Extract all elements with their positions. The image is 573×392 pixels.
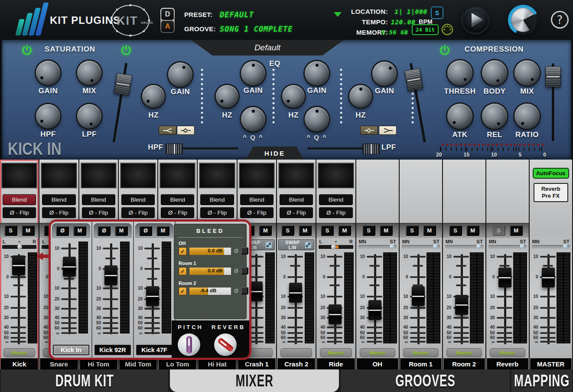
phase-flip-button[interactable]: Ø - Flip [42,207,75,218]
pan-handle[interactable] [331,245,336,249]
play-button[interactable] [461,5,490,35]
pan-slider[interactable] [319,245,353,249]
eq-band3-gain-knob[interactable] [305,61,329,85]
blend-button[interactable]: Blend [121,194,155,205]
mute-button[interactable]: M [380,225,393,236]
mic-select-button[interactable]: Kick 47F [136,345,173,355]
sync-badge[interactable]: S [431,7,443,19]
eq-band1-shelf-button[interactable] [159,126,176,135]
comp-right-fader[interactable] [545,63,561,141]
mute-button[interactable]: M [259,225,272,236]
fader-handle[interactable] [289,283,302,303]
mono-stereo-handle[interactable] [390,244,394,249]
eq-band1-hz-knob[interactable] [142,85,165,108]
phase-button[interactable]: Ø [56,226,69,236]
digital-analog-toggle[interactable]: D A [160,7,175,33]
saturation-hpf-knob[interactable] [36,104,60,128]
autofocus-button[interactable]: AutoFocus [533,168,569,179]
channel-name[interactable]: OH [357,358,398,370]
eq-band2-q-knob[interactable] [241,107,265,131]
phase-flip-button[interactable]: Ø - Flip [161,207,194,218]
route-button[interactable]: Master [3,348,35,357]
hpf-slider-track[interactable] [175,147,238,150]
phase-flip-button[interactable]: Ø - Flip [82,207,115,218]
bit-depth-badge[interactable]: 24 Bit [412,24,439,35]
mic-select-button[interactable]: Kick In [53,345,89,355]
groove-value[interactable]: SONG 1 COMPLETE [220,25,293,33]
comp-left-fader[interactable] [403,62,433,144]
eq-band4-hz-knob[interactable] [349,85,372,108]
fader-handle[interactable] [329,304,342,324]
mute-button[interactable]: M [299,225,312,236]
solo-button[interactable]: S [321,225,334,236]
eq-band4-bell-button[interactable] [360,126,378,135]
comp-left-fader-handle[interactable] [404,68,423,91]
phase-flip-button[interactable]: Ø - Flip [240,207,273,218]
blend-button[interactable]: Blend [42,194,75,205]
eq-band2-hz-knob[interactable] [216,85,238,108]
fader-track[interactable] [334,254,336,344]
fader-handle[interactable] [455,295,468,315]
bleed-level-slider[interactable]: 0.0 dB [189,267,231,275]
comp-atk-knob[interactable] [447,104,472,129]
mono-stereo-handle[interactable] [433,244,438,249]
blend-button[interactable]: Blend [240,194,273,205]
mic-select-button[interactable]: Kick 92R [94,345,131,355]
tempo-value[interactable]: 120.00 [391,19,416,26]
route-button[interactable]: Master [446,348,482,357]
solo-button[interactable]: S [362,225,375,236]
channel-name[interactable]: Snare [40,358,78,370]
mono-stereo-slider[interactable] [532,245,570,248]
channel-name[interactable]: Hi Hat [198,358,236,370]
fx-preset-tab[interactable]: Default [191,40,344,56]
swap-lr-button[interactable]: SWAP L/R [278,239,314,250]
mute-button[interactable]: M [156,226,169,236]
fader-handle[interactable] [63,257,76,277]
solo-button[interactable]: S [449,225,462,236]
saturation-power-button[interactable] [21,44,33,56]
eq-band3-q-knob[interactable] [305,107,329,131]
channel-name[interactable]: Lo Tom [159,358,196,370]
comp-ratio-knob[interactable] [514,104,540,129]
phase-button[interactable]: Ø [98,226,111,236]
route-button[interactable]: Master [490,348,525,357]
solo-button[interactable]: S [4,225,17,236]
reverb-knob[interactable] [214,333,237,356]
solo-button[interactable]: S [281,225,294,236]
digital-option[interactable]: D [161,9,174,20]
route-button[interactable]: - [280,348,312,357]
mono-stereo-handle[interactable] [563,244,568,249]
saturation-mix-knob[interactable] [77,61,101,85]
channel-name[interactable]: Reverb [487,358,528,370]
bleed-enable-checkbox[interactable]: ✓ [179,287,187,295]
fader-handle[interactable] [412,286,425,306]
reverb-prefx-button[interactable]: ReverbPre FX [534,183,568,202]
mono-stereo-slider[interactable] [358,245,397,248]
mono-stereo-handle[interactable] [476,244,481,249]
preset-value[interactable]: DEFAULT [220,10,254,19]
solo-button[interactable]: S [406,225,419,236]
comp-body-knob[interactable] [482,60,507,85]
eq-power-button[interactable] [120,44,132,56]
blend-button[interactable]: Blend [3,194,36,205]
compression-power-button[interactable] [439,44,451,56]
mute-button[interactable]: M [338,225,351,236]
mute-button[interactable]: M [22,225,35,236]
channel-name[interactable]: Mid Tom [119,358,157,370]
fader-handle[interactable] [12,255,25,275]
bleed-enable-checkbox[interactable]: ✓ [179,247,187,255]
channel-name[interactable]: Room 2 [443,358,485,370]
tab-drum-kit[interactable]: DRUM KIT [1,369,168,392]
bleed-expand-button[interactable] [241,247,248,255]
fader-handle[interactable] [368,300,381,320]
phase-flip-button[interactable]: Ø - Flip [3,207,36,218]
hpf-slider-handle[interactable] [166,144,183,154]
blend-button[interactable]: Blend [200,194,234,205]
phase-flip-button[interactable]: Ø - Flip [121,207,155,218]
channel-name[interactable]: Crash 1 [238,358,276,370]
help-button[interactable]: ? [551,11,569,29]
fader-handle[interactable] [542,268,555,287]
pan-slider[interactable] [2,245,36,249]
saturation-lpf-knob[interactable] [77,104,101,128]
eq-band1-bell-button[interactable] [177,126,195,135]
